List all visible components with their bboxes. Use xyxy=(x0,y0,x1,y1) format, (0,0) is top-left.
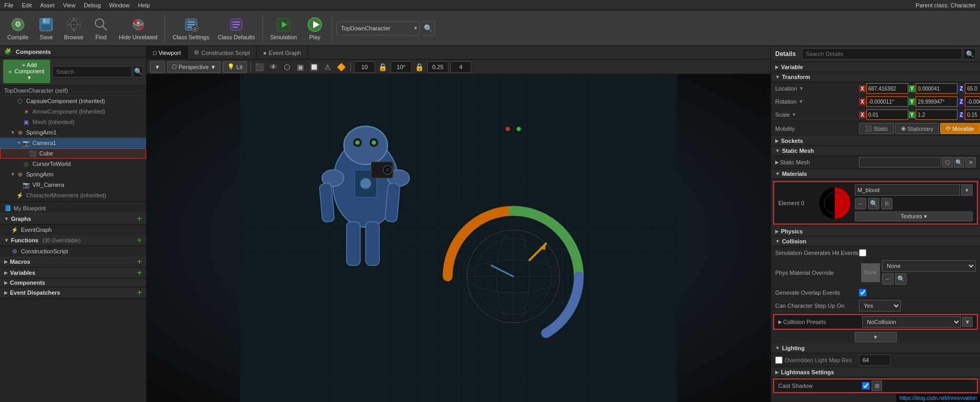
can-step-select[interactable]: Yes No xyxy=(859,300,901,311)
compile-button[interactable]: ⚙ Compile xyxy=(4,13,31,43)
viewport-dropdown-btn[interactable]: ▼ xyxy=(150,61,165,73)
menu-window[interactable]: Window xyxy=(109,2,129,8)
view-mode-7-btn[interactable]: 🔶 xyxy=(336,61,347,73)
collision-presets-expand-btn[interactable]: ▼ xyxy=(962,317,973,327)
transform-section-header[interactable]: ▼ Transform xyxy=(771,72,980,82)
scale-x-input[interactable] xyxy=(866,109,908,120)
view-mode-1-btn[interactable]: ⬛ xyxy=(254,61,266,73)
mobility-static-btn[interactable]: ⬛ Static xyxy=(859,123,894,134)
phys-material-select[interactable]: None xyxy=(882,260,976,272)
scale-z-input[interactable] xyxy=(965,109,980,120)
view-mode-2-btn[interactable]: 👁 xyxy=(268,61,279,73)
add-variable-button[interactable]: + xyxy=(137,269,142,277)
textures-btn[interactable]: Textures ▾ xyxy=(855,211,973,221)
menu-file[interactable]: File xyxy=(4,2,14,8)
debug-filter-select[interactable]: TopDownCharacter xyxy=(336,21,420,36)
mobility-movable-btn[interactable]: ⟳ Movable xyxy=(940,123,980,134)
menu-asset[interactable]: Asset xyxy=(40,2,55,8)
tree-item-construction-script[interactable]: ⚙ ConstructionScript xyxy=(0,246,146,256)
location-y-input[interactable] xyxy=(916,83,957,94)
class-defaults-button[interactable]: Class Defaults xyxy=(215,13,258,43)
mobility-stationary-btn[interactable]: ◉ Stationary xyxy=(895,123,940,134)
physics-section-header[interactable]: ▶ Physics xyxy=(771,227,980,237)
tree-item-event-graph[interactable]: ⚡ EventGraph xyxy=(0,225,146,235)
scale-snap-input[interactable] xyxy=(427,61,448,73)
lightmass-section-header[interactable]: ▶ Lightmass Settings xyxy=(771,367,980,377)
menu-help[interactable]: Help xyxy=(138,2,150,8)
viewport-content[interactable] xyxy=(147,74,770,402)
variable-section-header[interactable]: ▶ Variable xyxy=(771,62,980,72)
view-mode-6-btn[interactable]: ⚠ xyxy=(322,61,334,73)
tree-item-char-movement[interactable]: ⚡ CharacterMovement (Inherited) xyxy=(0,190,146,200)
find-button[interactable]: Find xyxy=(89,13,114,43)
location-z-input[interactable] xyxy=(965,83,980,94)
menu-debug[interactable]: Debug xyxy=(84,2,101,8)
add-macro-button[interactable]: + xyxy=(137,258,142,266)
material-name-input[interactable] xyxy=(855,184,960,196)
rotation-z-input[interactable] xyxy=(965,96,980,107)
collision-expand-full-btn[interactable]: ▼ xyxy=(855,332,897,342)
add-event-dispatcher-button[interactable]: + xyxy=(137,288,142,297)
material-find-btn[interactable]: 🔍 xyxy=(868,198,879,209)
camera-speed-input[interactable] xyxy=(450,61,471,73)
view-mode-3-btn[interactable]: ⬡ xyxy=(281,61,293,73)
location-x-input[interactable] xyxy=(866,83,908,94)
add-component-button[interactable]: + + Add Component ▾ xyxy=(3,60,50,83)
tree-item-springarm[interactable]: ▼ ⊕ SpringArm xyxy=(0,169,146,180)
lightmap-value-input[interactable] xyxy=(859,354,890,366)
add-graph-button[interactable]: + xyxy=(137,215,142,223)
browse-button[interactable]: Browse xyxy=(61,13,86,43)
material-copy-btn[interactable]: ⎘ xyxy=(881,198,893,209)
collision-presets-select[interactable]: NoCollision BlockAll OverlapAll xyxy=(862,316,961,328)
rotation-snap-input[interactable] xyxy=(391,61,412,73)
phys-find-btn[interactable]: 🔍 xyxy=(895,273,907,285)
tree-item-cursor[interactable]: ◎ CursorToWorld xyxy=(0,159,146,169)
scale-y-input[interactable] xyxy=(916,109,957,120)
cast-shadow-expand-btn[interactable]: ⊞ xyxy=(872,381,882,391)
generate-overlap-checkbox[interactable] xyxy=(859,289,866,296)
component-search-button[interactable]: 🔍 xyxy=(134,66,143,77)
rotation-y-input[interactable] xyxy=(916,96,957,107)
sim-generates-hit-checkbox[interactable] xyxy=(859,249,866,256)
static-mesh-clear-btn[interactable]: ✕ xyxy=(965,157,976,168)
save-button[interactable]: Save xyxy=(34,13,59,43)
tree-item-capsule[interactable]: ⬡ CapsuleComponent (Inherited) xyxy=(0,96,146,106)
static-mesh-input[interactable] xyxy=(859,157,941,168)
tree-item-camera1[interactable]: ▼ 📷 Camera1 xyxy=(0,138,146,148)
component-search-input[interactable] xyxy=(52,66,132,77)
tree-item-mesh[interactable]: ▣ Mesh (Inherited) xyxy=(0,117,146,127)
tree-item-arrow[interactable]: ➤ ArrowComponent (Inherited) xyxy=(0,106,146,117)
menu-view[interactable]: View xyxy=(63,2,75,8)
tree-item-cube[interactable]: ⬛ Cube xyxy=(0,148,146,159)
debug-filter-search[interactable]: 🔍 xyxy=(422,21,435,36)
view-mode-4-btn[interactable]: ▣ xyxy=(295,61,306,73)
lit-btn[interactable]: 💡 Lit xyxy=(223,61,247,73)
tree-item-springarm1[interactable]: ▼ ⊕ SpringArm1 xyxy=(0,127,146,138)
view-mode-5-btn[interactable]: 🔲 xyxy=(309,61,320,73)
rotation-x-input[interactable] xyxy=(866,96,908,107)
details-search-button[interactable]: 🔍 xyxy=(964,48,976,60)
tab-event-graph[interactable]: ● Event Graph xyxy=(257,46,307,60)
add-function-button[interactable]: + xyxy=(137,236,142,244)
material-navigate-btn[interactable]: ← xyxy=(855,198,866,209)
class-settings-button[interactable]: ⚙ Class Settings xyxy=(169,13,212,43)
simulation-button[interactable]: Simulation xyxy=(267,13,300,43)
perspective-btn[interactable]: ⬡ Perspective ▼ xyxy=(167,61,221,73)
static-mesh-browse-btn[interactable]: ⬡ xyxy=(942,157,953,168)
hide-unrelated-button[interactable]: Hide Unrelated xyxy=(116,13,160,43)
material-dropdown-btn[interactable]: ▼ xyxy=(961,184,973,196)
sockets-section-header[interactable]: ▶ Sockets xyxy=(771,136,980,146)
play-button[interactable]: Play xyxy=(302,13,327,43)
grid-snap-input[interactable] xyxy=(354,61,375,73)
lightmap-checkbox[interactable] xyxy=(775,356,783,364)
tab-viewport[interactable]: □ Viewport xyxy=(147,46,188,60)
collision-section-header[interactable]: ▼ Collision xyxy=(771,237,980,247)
materials-section-header[interactable]: ▼ Materials xyxy=(771,169,980,179)
tab-construction-script[interactable]: ⚙ Construction Script xyxy=(188,46,257,60)
phys-navigate-btn[interactable]: ← xyxy=(882,273,894,285)
details-search-input[interactable] xyxy=(802,48,962,60)
cast-shadow-checkbox[interactable] xyxy=(862,382,869,389)
tree-item-vr-camera[interactable]: 📷 VR_Camera xyxy=(0,180,146,190)
static-mesh-section-header[interactable]: ▼ Static Mesh xyxy=(771,146,980,156)
static-mesh-find-btn[interactable]: 🔍 xyxy=(954,157,964,168)
